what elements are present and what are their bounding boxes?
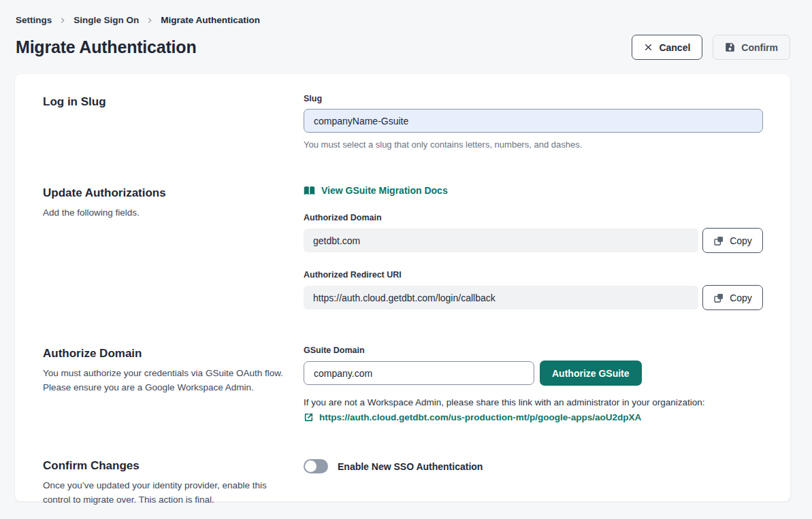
save-icon	[725, 42, 735, 52]
settings-card: Log in Slug Slug You must select a slug …	[15, 74, 790, 501]
section-login-slug-right: Slug You must select a slug that only co…	[304, 94, 763, 150]
section-description: Once you’ve updated your identity provid…	[43, 479, 288, 507]
external-link-icon	[304, 412, 314, 422]
sso-toggle-row: Enable New SSO Authentication	[304, 459, 763, 473]
breadcrumb-item-single-sign-on[interactable]: Single Sign On	[74, 15, 139, 25]
section-description: Add the following fields.	[43, 206, 288, 220]
section-heading: Confirm Changes	[43, 459, 304, 473]
slug-label: Slug	[304, 94, 763, 103]
share-link-row: https://auth.cloud.getdbt.com/us-product…	[304, 412, 763, 422]
enable-sso-toggle-label: Enable New SSO Authentication	[338, 461, 483, 472]
enable-sso-toggle[interactable]	[304, 459, 328, 473]
breadcrumb-item-settings[interactable]: Settings	[16, 15, 52, 25]
section-login-slug-left: Log in Slug	[43, 94, 304, 109]
copy-icon	[713, 235, 724, 246]
copy-authorized-domain-button[interactable]: Copy	[702, 228, 763, 253]
section-heading: Update Authorizations	[43, 186, 304, 200]
confirm-button-label: Confirm	[741, 42, 778, 53]
workspace-admin-note: If you are not a Workspace Admin, please…	[304, 397, 763, 407]
section-authorize-domain: Authorize Domain You must authorize your…	[43, 346, 763, 422]
confirm-button[interactable]: Confirm	[713, 35, 790, 60]
copy-icon	[713, 292, 724, 303]
copy-button-label: Copy	[730, 235, 752, 246]
section-heading: Log in Slug	[43, 95, 304, 109]
authorized-redirect-uri-label: Authorized Redirect URI	[304, 270, 763, 280]
gsuite-domain-label: GSuite Domain	[304, 346, 763, 355]
copy-redirect-uri-button[interactable]: Copy	[702, 285, 763, 310]
migrate-authentication-page: Settings Single Sign On Migrate Authenti…	[0, 0, 812, 501]
slug-helper-text: You must select a slug that only contain…	[304, 139, 763, 150]
header-actions: Cancel Confirm	[632, 35, 790, 60]
toggle-knob	[305, 461, 316, 472]
section-update-authorizations: Update Authorizations Add the following …	[43, 185, 763, 310]
chevron-right-icon	[146, 17, 153, 24]
page-header: Migrate Authentication Cancel Confirm	[16, 35, 790, 60]
slug-input[interactable]	[304, 109, 763, 133]
section-update-authorizations-right: View GSuite Migration Docs Authorized Do…	[304, 185, 763, 310]
gsuite-migration-docs-link-label: View GSuite Migration Docs	[321, 185, 448, 196]
breadcrumb-item-migrate-authentication: Migrate Authentication	[161, 15, 260, 25]
gsuite-domain-input[interactable]	[304, 361, 534, 385]
cancel-button-label: Cancel	[659, 42, 690, 53]
page-title: Migrate Authentication	[16, 37, 197, 57]
cancel-button[interactable]: Cancel	[632, 35, 702, 60]
admin-share-link[interactable]: https://auth.cloud.getdbt.com/us-product…	[319, 412, 641, 422]
redirect-uri-field-block: Authorized Redirect URI https://auth.clo…	[304, 270, 763, 310]
section-confirm-changes-left: Confirm Changes Once you’ve updated your…	[43, 458, 304, 507]
section-authorize-domain-right: GSuite Domain Authorize GSuite If you ar…	[304, 346, 763, 422]
section-login-slug: Log in Slug Slug You must select a slug …	[43, 94, 763, 150]
authorize-gsuite-button[interactable]: Authorize GSuite	[540, 361, 642, 386]
breadcrumb: Settings Single Sign On Migrate Authenti…	[16, 15, 790, 25]
section-description: You must authorize your credentials via …	[43, 367, 288, 395]
authorized-domain-field-block: Authorized Domain getdbt.com Copy	[304, 213, 763, 253]
section-update-authorizations-left: Update Authorizations Add the following …	[43, 185, 304, 220]
x-icon	[644, 43, 653, 52]
gsuite-migration-docs-link[interactable]: View GSuite Migration Docs	[304, 185, 448, 196]
authorized-domain-label: Authorized Domain	[304, 213, 763, 222]
section-confirm-changes: Confirm Changes Once you’ve updated your…	[43, 458, 763, 507]
copy-button-label: Copy	[730, 292, 752, 303]
book-icon	[304, 186, 315, 196]
section-confirm-changes-right: Enable New SSO Authentication	[304, 458, 763, 473]
authorized-domain-value: getdbt.com	[304, 229, 698, 252]
section-authorize-domain-left: Authorize Domain You must authorize your…	[43, 346, 304, 395]
authorized-redirect-uri-value: https://auth.cloud.getdbt.com/login/call…	[304, 286, 698, 309]
chevron-right-icon	[59, 17, 66, 24]
section-heading: Authorize Domain	[43, 347, 304, 361]
